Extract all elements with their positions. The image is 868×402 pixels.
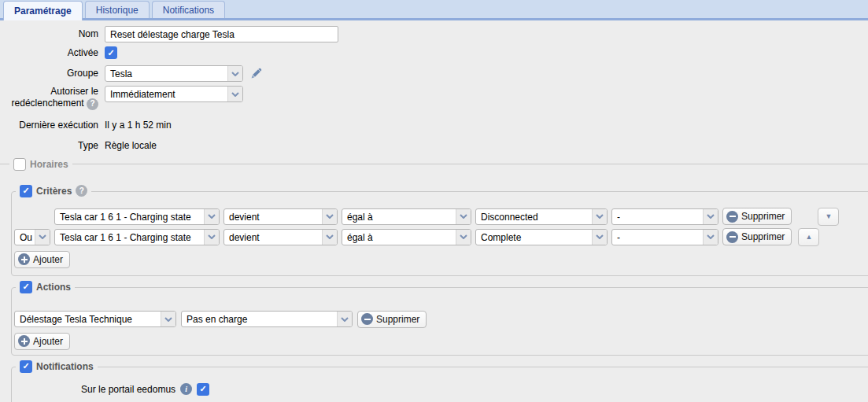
connector-select[interactable]: Ou — [14, 229, 50, 245]
horaires-legend: Horaires — [30, 159, 68, 170]
chevron-down-icon — [703, 209, 718, 224]
derniere-execution-value: Il y a 1 h 52 min — [105, 120, 172, 131]
notifications-checkbox[interactable]: ✓ — [20, 360, 32, 373]
plus-icon — [18, 335, 30, 347]
add-criteria-button[interactable]: Ajouter — [14, 251, 70, 268]
connector-select-value: Ou — [15, 230, 35, 245]
action-device-select[interactable]: Délestage Tesla Technique — [14, 311, 176, 327]
chevron-down-icon — [35, 230, 50, 245]
type-label: Type — [0, 140, 105, 152]
form-row-activee: Activée ✓ — [0, 46, 868, 59]
derniere-execution-label: Dernière exécution — [0, 120, 105, 131]
help-icon[interactable]: ? — [87, 98, 98, 110]
info-icon[interactable]: i — [180, 383, 192, 395]
trigger-select[interactable]: devient — [223, 229, 338, 245]
portal-notification-checkbox[interactable]: ✓ — [197, 383, 209, 396]
redeclenchement-label: Autoriser le redéclenchement ? — [0, 86, 105, 110]
criteria-row: Ou Tesla car 1 6 1 - Charging state devi… — [14, 228, 864, 246]
action-row: Délestage Tesla Technique Pas en charge … — [14, 311, 864, 328]
trigger-select-value: devient — [224, 230, 322, 245]
device-select[interactable]: Tesla car 1 6 1 - Charging state — [54, 208, 220, 225]
operator-select[interactable]: égal à — [342, 229, 471, 245]
add-criteria-label: Ajouter — [33, 254, 63, 265]
device-select-value: Tesla car 1 6 1 - Charging state — [55, 230, 204, 245]
minus-icon — [726, 211, 738, 223]
chevron-down-icon — [703, 230, 718, 245]
action-device-select-value: Délestage Tesla Technique — [15, 312, 161, 326]
section-actions: ✓ Actions Délestage Tesla Technique Pas … — [11, 287, 868, 356]
groupe-select[interactable]: Tesla — [105, 65, 243, 82]
trigger-select-value: devient — [224, 209, 322, 224]
minus-icon — [361, 313, 373, 325]
help-icon[interactable]: ? — [76, 185, 87, 197]
chevron-down-icon — [456, 209, 471, 224]
portal-notification-row: Sur le portail eedomus i ✓ — [81, 383, 864, 396]
extra-select-value: - — [612, 209, 703, 224]
groupe-select-value: Tesla — [105, 66, 227, 81]
operator-select-value: égal à — [342, 209, 456, 224]
delete-criteria-button[interactable]: Supprimer — [722, 208, 792, 225]
move-criteria-down-button[interactable]: ▼ — [818, 208, 839, 226]
type-value: Règle locale — [105, 140, 157, 151]
form-row-type: Type Règle locale — [0, 140, 868, 152]
form-row-derniere-execution: Dernière exécution Il y a 1 h 52 min — [0, 120, 868, 131]
actions-checkbox[interactable]: ✓ — [20, 281, 32, 293]
criteres-legend: Critères — [36, 186, 72, 197]
tab-parametrage[interactable]: Paramétrage — [3, 1, 83, 20]
value-select[interactable]: Disconnected — [475, 208, 608, 225]
tab-bar: Paramétrage Historique Notifications — [0, 0, 868, 20]
chevron-down-icon — [322, 230, 337, 245]
value-select[interactable]: Complete — [475, 229, 608, 245]
activee-checkbox[interactable]: ✓ — [105, 46, 117, 59]
edit-group-pencil-icon[interactable] — [249, 67, 263, 80]
criteres-checkbox[interactable]: ✓ — [20, 185, 32, 197]
redeclenchement-select[interactable]: Immédiatement — [105, 86, 243, 102]
action-value-select-value: Pas en charge — [182, 312, 337, 326]
add-action-label: Ajouter — [33, 336, 63, 347]
form-row-nom: Nom — [0, 26, 868, 42]
trigger-select[interactable]: devient — [223, 208, 338, 225]
extra-select[interactable]: - — [611, 208, 718, 225]
plus-icon — [18, 253, 30, 265]
extra-select-value: - — [612, 230, 703, 245]
value-select-value: Complete — [476, 230, 592, 245]
chevron-down-icon — [337, 312, 352, 326]
horaires-checkbox[interactable] — [13, 158, 26, 171]
chevron-down-icon — [592, 209, 607, 224]
delete-action-button[interactable]: Supprimer — [357, 311, 427, 328]
nom-input[interactable] — [105, 26, 338, 42]
groupe-label: Groupe — [0, 68, 105, 79]
chevron-down-icon — [204, 209, 219, 224]
criteria-row: Tesla car 1 6 1 - Charging state devient… — [14, 208, 864, 226]
extra-select[interactable]: - — [611, 229, 718, 245]
minus-icon — [726, 231, 738, 243]
device-select[interactable]: Tesla car 1 6 1 - Charging state — [54, 229, 220, 245]
notifications-legend: Notifications — [36, 361, 94, 372]
chevron-down-icon — [456, 230, 471, 245]
tab-notifications[interactable]: Notifications — [152, 1, 225, 18]
chevron-down-icon — [322, 209, 337, 224]
redeclenchement-label-text: Autoriser le redéclenchement — [12, 86, 98, 109]
activee-label: Activée — [0, 47, 105, 59]
settings-panel: Nom Activée ✓ Groupe Tesla — [0, 20, 868, 402]
section-horaires: Horaires — [0, 158, 868, 171]
value-select-value: Disconnected — [476, 209, 592, 224]
tab-historique[interactable]: Historique — [85, 1, 150, 18]
delete-criteria-label: Supprimer — [741, 231, 785, 242]
action-value-select[interactable]: Pas en charge — [181, 311, 353, 327]
device-select-value: Tesla car 1 6 1 - Charging state — [55, 209, 204, 224]
delete-action-label: Supprimer — [376, 314, 419, 325]
divider — [72, 164, 868, 164]
section-notifications: ✓ Notifications Sur le portail eedomus i… — [11, 367, 868, 402]
form-row-redeclenchement: Autoriser le redéclenchement ? Immédiate… — [0, 86, 868, 110]
add-action-button[interactable]: Ajouter — [14, 333, 70, 350]
move-criteria-up-button[interactable]: ▲ — [798, 228, 819, 246]
chevron-down-icon — [204, 230, 219, 245]
chevron-down-icon — [592, 230, 607, 245]
delete-criteria-button[interactable]: Supprimer — [722, 228, 792, 245]
operator-select[interactable]: égal à — [342, 208, 471, 225]
redeclenchement-select-value: Immédiatement — [105, 87, 227, 101]
delete-criteria-label: Supprimer — [741, 211, 785, 222]
chevron-down-icon — [227, 66, 242, 81]
operator-select-value: égal à — [342, 230, 456, 245]
